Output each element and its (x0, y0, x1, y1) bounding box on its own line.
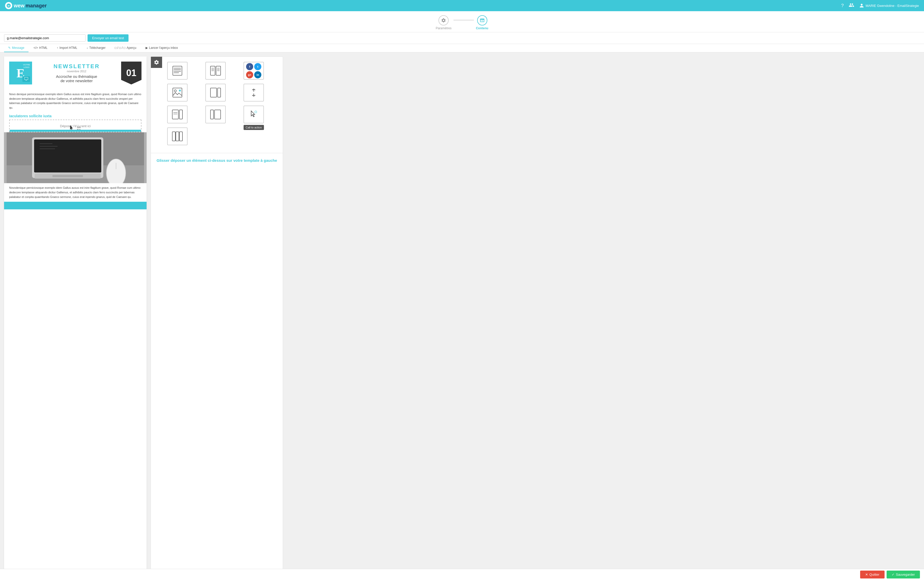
users-icon[interactable] (849, 2, 854, 9)
newsletter-section-title: Iaculatores sollicite iuxta (4, 112, 147, 120)
save-button[interactable]: ✓ Sauvegarder (887, 570, 920, 578)
svg-rect-10 (53, 175, 83, 177)
svg-rect-8 (34, 139, 101, 173)
element-expand[interactable] (244, 84, 264, 102)
element-social[interactable]: f t g+ in (244, 62, 264, 80)
drop-zone-bar (10, 130, 141, 132)
tab-apercu[interactable]: □ / □ / □ Aperçu (111, 44, 140, 52)
html-icon: </> (34, 46, 38, 49)
logo-device (22, 76, 30, 82)
test-email-input[interactable] (4, 35, 86, 42)
tab-import[interactable]: ↑ Import HTML (53, 44, 81, 52)
wizard-step-parametres[interactable]: Paramètres (436, 15, 451, 30)
app-logo: w wewmanager (5, 2, 47, 9)
quit-button[interactable]: ✕ Quitter (860, 570, 884, 578)
element-two-col-alt[interactable] (205, 105, 226, 124)
element-call-to-action[interactable]: Call to action (244, 105, 264, 124)
user-info: MARIE Gwendoline - EmailStrategie (860, 3, 919, 8)
svg-text:w: w (7, 4, 10, 7)
svg-rect-36 (180, 110, 182, 119)
contenu-label: Contenu (476, 26, 488, 30)
send-test-button[interactable]: Envoyer un email test (87, 35, 129, 42)
svg-rect-44 (180, 132, 182, 141)
svg-point-30 (174, 90, 177, 92)
svg-point-14 (106, 159, 126, 183)
panel-settings-button[interactable] (151, 57, 162, 68)
wizard-connector (454, 20, 474, 20)
quit-icon: ✕ (865, 573, 868, 577)
wizard-step-contenu[interactable]: Contenu (476, 15, 488, 30)
logo-text: wew (14, 3, 25, 9)
test-email-bar: Envoyer un email test (0, 32, 924, 44)
svg-rect-35 (172, 110, 178, 119)
element-text-block[interactable] (167, 62, 188, 80)
newsletter-image-section (4, 132, 147, 183)
newsletter-number: 01 (121, 61, 142, 84)
svg-rect-34 (218, 88, 221, 97)
svg-rect-29 (173, 88, 182, 97)
newsletter-header: E VOTRELOGO NEWSLETTER novembre 2012 Acc… (4, 56, 147, 89)
expand-icon (249, 88, 258, 97)
email-preview-panel: E VOTRELOGO NEWSLETTER novembre 2012 Acc… (4, 56, 147, 580)
element-two-col-right[interactable] (167, 105, 188, 124)
newsletter-tagline: Accroche ou thématique de votre newslett… (37, 74, 116, 83)
top-navigation: w wewmanager ? MARIE Gwendoline - EmailS… (0, 0, 924, 11)
logo-sub-text: VOTRELOGO (23, 64, 30, 68)
svg-rect-43 (176, 132, 179, 141)
element-two-col[interactable] (205, 62, 226, 80)
tab-message[interactable]: ✎ Message (4, 44, 28, 52)
parametres-circle (439, 15, 449, 25)
import-icon: ↑ (57, 46, 58, 49)
element-image-block[interactable] (167, 84, 188, 102)
lancer-icon: ▶ (145, 46, 148, 49)
drop-hint-text: Glisser déposer un élément ci-dessus sur… (151, 153, 283, 168)
apercu-icon: □ / □ / □ (115, 46, 125, 49)
main-content-area: E VOTRELOGO NEWSLETTER novembre 2012 Acc… (0, 53, 924, 580)
logo-manager-text: manager (25, 3, 46, 9)
elements-grid: f t g+ in (151, 57, 283, 150)
drop-zone[interactable]: Déposer l'élément ici 500521 (9, 120, 142, 132)
user-name: MARIE Gwendoline - EmailStrategie (865, 4, 919, 8)
svg-rect-33 (210, 88, 216, 97)
save-icon: ✓ (892, 573, 894, 577)
elements-panel: f t g+ in (151, 56, 283, 580)
svg-rect-42 (172, 132, 175, 141)
content-tabs: ✎ Message </> HTML ↑ Import HTML ↓ Téléc… (0, 44, 924, 53)
newsletter-title: NEWSLETTER (37, 63, 116, 70)
newsletter-date: novembre 2012 (37, 70, 116, 73)
newsletter-body-text: Novo denique perniciosoque exemplo idem … (4, 89, 147, 112)
nav-right-area: ? MARIE Gwendoline - EmailStrategie (841, 2, 919, 9)
svg-rect-4 (25, 80, 27, 81)
svg-point-41 (255, 111, 257, 113)
facebook-icon: f (246, 63, 253, 70)
tab-html[interactable]: </> HTML (30, 44, 52, 52)
newsletter-logo: E VOTRELOGO (9, 61, 32, 84)
linkedin-icon: in (254, 71, 261, 78)
contenu-circle (477, 15, 487, 25)
twitter-icon: t (254, 63, 261, 70)
svg-rect-16 (173, 66, 182, 75)
svg-rect-39 (210, 110, 213, 119)
googleplus-icon: g+ (246, 71, 253, 78)
svg-rect-40 (214, 110, 221, 119)
logo-icon: w (5, 2, 12, 9)
help-icon[interactable]: ? (841, 3, 843, 8)
bottom-action-bar: ✕ Quitter ✓ Sauvegarder (0, 569, 924, 580)
cta-tooltip: Call to action (244, 125, 264, 130)
newsletter-footer-bar (4, 202, 147, 209)
parametres-label: Paramètres (436, 26, 451, 30)
svg-rect-3 (25, 77, 28, 79)
newsletter-footer-text: Novodenique perniciosoque exemplo idem G… (4, 183, 147, 202)
wizard-steps: Paramètres Contenu (0, 11, 924, 32)
element-three-col[interactable] (167, 127, 188, 145)
newsletter-title-area: NEWSLETTER novembre 2012 Accroche ou thé… (32, 63, 121, 83)
message-icon: ✎ (8, 46, 11, 49)
element-two-col-left[interactable] (205, 84, 226, 102)
social-icons-grid: f t g+ in (246, 63, 261, 78)
tab-lancer[interactable]: ▶ Lancer l'aperçu inbox (142, 44, 182, 52)
tab-telecharger[interactable]: ↓ Télécharger (82, 44, 110, 52)
download-icon: ↓ (86, 46, 88, 49)
